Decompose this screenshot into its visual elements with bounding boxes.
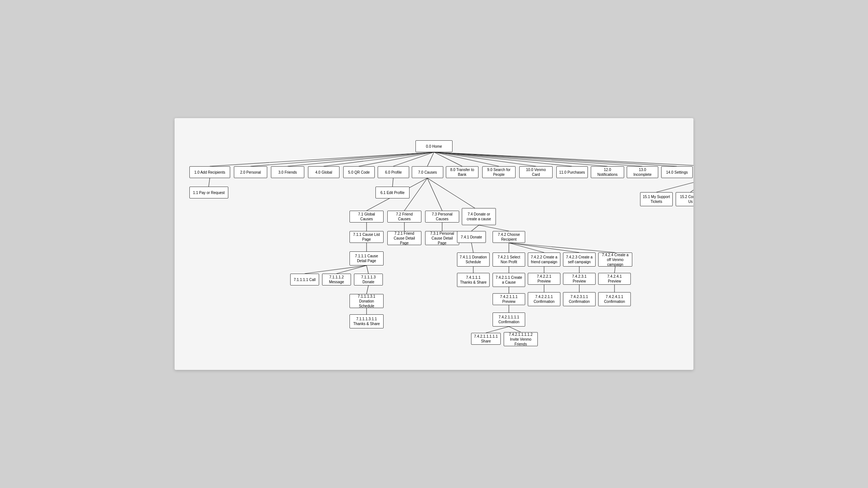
node-home: 0.0 Home [415,140,453,152]
svg-line-48 [509,327,521,332]
node-7-1-1: 7.1.1 Cause List Page [349,231,384,243]
node-15-1: 15.1 My Support Tickets [640,192,673,206]
svg-line-1 [251,152,434,166]
svg-line-4 [359,152,434,166]
node-7-2: 7.2 Friend Causes [387,211,421,223]
svg-line-33 [337,265,367,274]
node-13: 13.0 Incomplete [627,166,658,178]
node-7-4-2-3: 7.4.2.3 Create a self campaign [563,253,596,267]
svg-line-31 [509,243,615,253]
node-7: 7.0 Causes [412,166,443,178]
node-7-1-1-1-3-1: 7.1.1.1.3.1 Donation Schedule [349,294,384,308]
node-8: 8.0 Transfer to Bank [446,166,478,178]
node-7-3: 7.3 Personal Causes [425,211,459,223]
node-7-4-1-1: 7.4.1.1 Donation Schedule [457,253,490,267]
node-5: 5.0 QR Code [343,166,375,178]
svg-line-14 [434,152,693,166]
svg-line-10 [434,152,572,166]
svg-line-0 [210,152,434,166]
svg-line-12 [434,152,642,166]
svg-line-11 [434,152,607,166]
svg-line-6 [427,152,434,166]
svg-line-20 [427,178,479,211]
node-15-2: 15.2 Contact Us [676,192,693,206]
node-7-4-2-2: 7.4.2.2 Create a friend campaign [528,253,560,267]
svg-line-13 [434,152,677,166]
node-14: 14.0 Settings [661,166,693,178]
svg-line-30 [509,243,579,253]
svg-line-40 [367,285,368,294]
node-7-4-1: 7.4.1 Donate [457,231,486,243]
node-7-4-1-1-1: 7.4.1.1.1 Thanks & Share [457,273,490,287]
page-container: 0.0 Home 1.0 Add Recipients 2.0 Personal… [175,118,693,370]
node-7-4: 7.4 Donate or create a cause [462,208,496,225]
svg-line-39 [614,267,615,273]
svg-line-24 [471,225,479,231]
node-7-4-2-4-1: 7.4.2.4.1 Preview [598,273,631,285]
node-7-4-2-1-1: 7.4.2.1.1 Create a Cause [493,273,525,287]
svg-line-7 [434,152,462,166]
node-10: 10.0 Venmo Card [519,166,553,178]
node-4: 4.0 Global [308,166,339,178]
node-7-4-2-1-1-1: 7.4.2.1.1.1 Preview [493,293,525,305]
node-6-1: 6.1 Edit Profile [375,187,410,198]
node-7-4-2-2-1: 7.4.2.2.1 Preview [528,273,560,285]
node-7-1-1-1-3: 7.1.1.1.3 Donate [354,274,383,285]
node-7-4-2-4-1-1: 7.4.2.4.1.1 Confirmation [598,292,631,306]
node-1: 1.0 Add Recipients [189,166,230,178]
node-9: 9.0 Search for People [482,166,516,178]
svg-line-49 [656,178,693,192]
node-7-4-2-1: 7.4.2.1 Select Non Profit [493,253,525,267]
diagram: 0.0 Home 1.0 Add Recipients 2.0 Personal… [182,129,686,359]
node-12: 12.0 Notifications [591,166,624,178]
node-1-1: 1.1 Pay or Request [189,187,228,198]
node-7-1-1-1: 7.1.1.1 Cause Detail Page [349,251,384,265]
node-7-4-2-3-1-1: 7.4.2.3.1.1 Confirmation [563,292,596,306]
node-7-1-1-1-1: 7.1.1.1.1 Call [290,274,319,285]
node-7-4-2-1-1-1-1: 7.4.2.1.1.1.1 Confirmation [493,312,525,327]
node-7-1: 7.1 Global Causes [349,211,384,223]
node-7-1-1-1-2: 7.1.1.1.2 Message [322,274,351,285]
svg-line-27 [471,243,473,253]
svg-line-2 [288,152,434,166]
node-7-4-2-3-1: 7.4.2.3.1 Preview [563,273,596,285]
node-7-4-2-2-1-1: 7.4.2.2.1.1 Confirmation [528,292,560,306]
svg-line-34 [367,265,368,274]
node-11: 11.0 Purchases [556,166,588,178]
svg-line-25 [479,225,509,231]
svg-line-19 [427,178,442,211]
svg-line-3 [324,152,434,166]
node-2: 2.0 Personal [234,166,267,178]
node-3: 3.0 Friends [271,166,304,178]
node-7-1-1-1-3-1-1: 7.1.1.1.3.1.1 Thanks & Share [349,314,384,328]
svg-line-50 [690,178,693,192]
svg-line-29 [509,243,544,253]
node-7-4-2-1-1-1-1-2: 7.4.2.1.1.1.1.2 Invite Venmo Friends [504,332,538,346]
node-7-4-2: 7.4.2 Choose Recipient [493,231,525,243]
svg-line-15 [209,178,210,187]
svg-line-32 [305,265,367,274]
svg-line-5 [393,152,434,166]
node-7-2-1: 7.2.1 Friend Cause Detail Page [387,231,421,245]
svg-line-9 [434,152,536,166]
svg-line-8 [434,152,499,166]
node-7-3-1: 7.3.1 Personal Cause Detail Page [425,231,459,245]
svg-line-16 [392,178,393,187]
node-7-4-2-1-1-1-1-1: 7.4.2.1.1.1.1.1 Share [471,333,501,345]
node-7-4-2-4: 7.4.2.4 Create a off Venmo campaign [598,253,632,267]
node-6: 6.0 Profile [378,166,409,178]
